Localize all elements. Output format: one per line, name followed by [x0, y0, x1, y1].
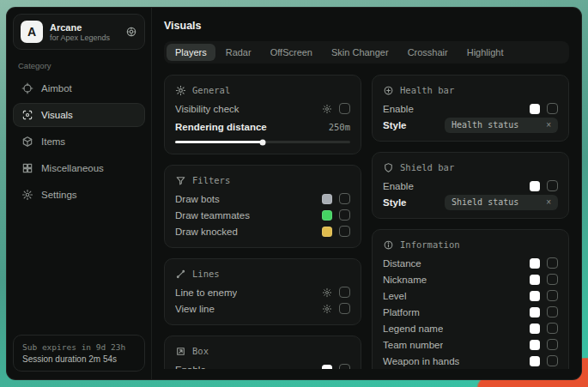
style-dropdown[interactable]: Health status×	[445, 118, 558, 133]
color-swatch[interactable]	[530, 340, 540, 350]
checkbox[interactable]	[547, 355, 558, 366]
tab-highlight[interactable]: Highlight	[458, 44, 512, 61]
sub-expires-text: Sub expires in 9d 23h	[22, 342, 136, 352]
row-label: Weapon in hands	[383, 356, 459, 366]
row-label: Rendering distance	[175, 122, 267, 132]
row-label: Level	[383, 291, 407, 301]
subscription-card: Sub expires in 9d 23h Session duration 2…	[13, 335, 145, 372]
checkbox[interactable]	[547, 180, 558, 191]
sun-icon	[175, 85, 186, 96]
sidebar-item-visuals[interactable]: Visuals	[13, 103, 145, 127]
row-settings-gear-icon[interactable]	[322, 287, 332, 298]
card-title: Lines	[192, 269, 220, 279]
setting-row: Line to enemy	[175, 284, 350, 300]
slider-track[interactable]	[175, 141, 350, 143]
tab-skin-changer[interactable]: Skin Changer	[323, 44, 397, 61]
row-settings-gear-icon[interactable]	[322, 304, 332, 314]
style-dropdown[interactable]: Shield status×	[445, 195, 558, 210]
app-logo: A	[21, 21, 43, 43]
color-swatch[interactable]	[322, 227, 332, 237]
row-controls	[322, 303, 350, 314]
checkbox[interactable]	[547, 103, 558, 114]
checkbox[interactable]	[339, 364, 350, 369]
tab-crosshair[interactable]: Crosshair	[399, 44, 457, 61]
card-title: Information	[400, 239, 460, 250]
checkbox[interactable]	[339, 209, 350, 221]
checkbox[interactable]	[547, 323, 558, 334]
row-controls	[530, 355, 558, 366]
tab-radar[interactable]: Radar	[217, 44, 260, 61]
slider-thumb[interactable]	[260, 139, 266, 145]
row-label: Legend name	[383, 324, 443, 334]
sidebar-item-miscellaneous[interactable]: Miscellaneous	[13, 156, 145, 180]
row-settings-gear-icon[interactable]	[322, 104, 332, 114]
checkbox[interactable]	[547, 257, 558, 269]
color-swatch[interactable]	[530, 324, 540, 334]
sidebar-item-settings[interactable]: Settings	[13, 183, 145, 207]
slider-fill	[175, 141, 263, 143]
sidebar-item-label: Miscellaneous	[41, 163, 104, 173]
slider-value: 250m	[329, 122, 350, 132]
sidebar-item-label: Visuals	[41, 110, 73, 120]
color-swatch[interactable]	[530, 275, 540, 285]
checkbox[interactable]	[339, 103, 350, 114]
box-icon	[175, 346, 186, 357]
checkbox[interactable]	[339, 287, 350, 298]
target-icon[interactable]	[125, 26, 137, 38]
color-swatch[interactable]	[530, 104, 540, 114]
card-title: Filters	[192, 175, 230, 185]
dropdown-clear-icon[interactable]: ×	[546, 198, 551, 207]
sidebar-item-aimbot[interactable]: Aimbot	[13, 76, 145, 100]
dropdown-clear-icon[interactable]: ×	[546, 121, 551, 130]
checkbox[interactable]	[339, 226, 350, 237]
card-title: Box	[192, 346, 209, 356]
row-label: Line to enemy	[175, 287, 237, 298]
checkbox[interactable]	[547, 306, 558, 317]
crosshair-icon	[21, 82, 33, 94]
color-swatch[interactable]	[530, 307, 540, 317]
row-label: Enable	[175, 365, 206, 370]
sidebar: A Arcane for Apex Legends Category Aimbo…	[7, 8, 152, 379]
row-controls	[530, 323, 558, 334]
sidebar-item-label: Settings	[41, 190, 77, 200]
row-controls	[530, 180, 558, 191]
card-header: Shield bar	[383, 160, 558, 174]
row-label: Draw teammates	[175, 210, 250, 221]
checkbox[interactable]	[547, 339, 558, 350]
package-icon	[21, 136, 33, 148]
checkbox[interactable]	[547, 290, 558, 301]
app-subtitle: for Apex Legends	[50, 33, 110, 42]
setting-row: Team number	[383, 336, 558, 353]
sidebar-item-items[interactable]: Items	[13, 130, 145, 154]
checkbox[interactable]	[339, 193, 350, 204]
tab-players[interactable]: Players	[167, 44, 215, 61]
checkbox[interactable]	[339, 303, 350, 314]
brand-card: A Arcane for Apex Legends	[13, 14, 145, 50]
card-filters: FiltersDraw botsDraw teammatesDraw knock…	[164, 165, 361, 248]
row-controls: Shield status×	[445, 195, 558, 210]
setting-row: Weapon in hands	[383, 353, 558, 369]
checkbox[interactable]	[547, 274, 558, 285]
setting-row: Distance	[383, 255, 558, 271]
sidebar-nav: AimbotVisualsItemsMiscellaneousSettings	[13, 76, 145, 207]
color-swatch[interactable]	[530, 356, 540, 366]
row-controls	[322, 287, 350, 298]
color-swatch[interactable]	[530, 181, 540, 191]
setting-row: Platform	[383, 304, 558, 320]
color-swatch[interactable]	[322, 210, 332, 221]
color-swatch[interactable]	[530, 291, 540, 301]
setting-row: Enable	[383, 178, 558, 194]
page-title: Visuals	[164, 20, 569, 32]
row-label: Draw bots	[175, 194, 220, 204]
tab-offscreen[interactable]: OffScreen	[262, 44, 321, 61]
row-label: Style	[383, 197, 407, 208]
session-duration-text: Session duration 2m 54s	[22, 354, 136, 364]
color-swatch[interactable]	[530, 258, 540, 269]
color-swatch[interactable]	[322, 194, 332, 204]
app-window: A Arcane for Apex Legends Category Aimbo…	[6, 7, 582, 380]
card-header: General	[175, 83, 350, 97]
desktop-background: A Arcane for Apex Legends Category Aimbo…	[0, 0, 588, 387]
gear-icon	[21, 189, 33, 201]
color-swatch[interactable]	[322, 365, 332, 370]
row-label: Style	[383, 120, 407, 130]
